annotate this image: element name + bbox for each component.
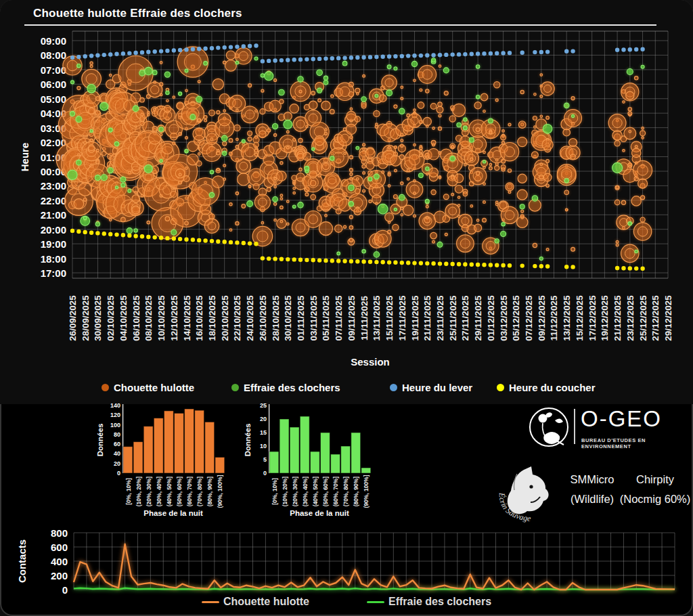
sunrise-dot xyxy=(76,55,81,59)
sunset-dot xyxy=(89,231,93,235)
sunrise-dot xyxy=(235,45,239,49)
sunset-dot xyxy=(165,236,169,240)
legend-label: Heure du lever xyxy=(402,382,472,393)
owl-bubble xyxy=(413,215,416,217)
sunrise-dot xyxy=(381,55,385,59)
hist-y-tick-label: 20 xyxy=(104,460,120,467)
sunset-dot xyxy=(508,263,512,267)
sunset-dot xyxy=(374,260,378,264)
sunset-dot xyxy=(520,263,524,267)
sunset-dot xyxy=(216,240,220,244)
owl-bubble xyxy=(141,113,143,116)
sunset-dot xyxy=(628,266,632,270)
legend-label: Effraie des clochers xyxy=(388,596,491,608)
owl-bubble xyxy=(374,110,380,116)
legend-item-1: Chouette hulotte xyxy=(102,382,194,393)
sunrise-dot xyxy=(482,51,486,56)
owl-bubble xyxy=(236,109,239,112)
sunset-dot xyxy=(419,261,423,265)
barn-owl-bubble xyxy=(399,108,405,114)
sunset-dot xyxy=(317,258,321,262)
sunrise-dot xyxy=(102,53,106,57)
hist-bar xyxy=(310,452,319,473)
owl-bubble xyxy=(90,62,93,64)
sunrise-dot xyxy=(634,47,638,51)
session-date-label: 29/11/2025 xyxy=(473,296,483,341)
owl-bubble xyxy=(349,92,353,97)
hist-x-tick-label: (60%, 70%] xyxy=(332,477,339,506)
sunrise-dot xyxy=(172,48,176,52)
owl-bubble xyxy=(483,218,487,222)
owl-bubble xyxy=(116,89,118,92)
barn-owl-bubble xyxy=(362,250,365,253)
sunrise-dot xyxy=(280,58,284,62)
sunset-dot xyxy=(463,262,467,266)
sunset-dot xyxy=(298,258,303,262)
owl-bubble xyxy=(217,168,219,171)
sunset-dot xyxy=(621,266,625,270)
barn-owl-bubble xyxy=(71,81,74,84)
owl-bubble-inner xyxy=(333,152,344,163)
owl-bubble-inner xyxy=(505,147,515,157)
sunrise-dot xyxy=(368,55,372,59)
sunrise-dot xyxy=(400,54,404,58)
owl-bubble xyxy=(274,79,277,81)
owl-bubble xyxy=(518,121,526,129)
main-hour-tick-label: 05:00 xyxy=(26,93,66,104)
barn-owl-bubble xyxy=(501,223,505,226)
hist-bar xyxy=(164,411,173,473)
owl-bubble xyxy=(149,132,161,144)
session-date-label: 25/12/2025 xyxy=(638,295,648,341)
owl-bubble xyxy=(226,51,235,60)
owl-bubble xyxy=(393,224,399,230)
owl-bubble xyxy=(483,151,486,154)
owl-bubble xyxy=(299,168,302,171)
sunrise-dot xyxy=(248,44,252,48)
barn-owl-bubble xyxy=(443,68,449,73)
owl-bubble xyxy=(388,185,390,188)
barn-owl-bubble xyxy=(476,65,479,68)
barn-owl-bubble xyxy=(279,89,285,95)
owl-bubble xyxy=(148,114,150,116)
hist-y-tick-label: 5 xyxy=(250,456,267,463)
barn-owl-bubble xyxy=(378,204,388,214)
owl-bubble xyxy=(89,108,95,114)
contacts-legend-item: Effraie des clochers xyxy=(367,596,491,608)
barn-owl-bubble xyxy=(95,175,101,181)
owl-bubble xyxy=(280,162,283,164)
sunrise-dot xyxy=(311,57,315,61)
hist-y-tick-label: 140 xyxy=(104,402,120,409)
session-date-label: 01/11/2025 xyxy=(296,296,306,341)
barn-owl-bubble xyxy=(114,141,118,146)
barn-owl-bubble xyxy=(312,148,315,150)
owl-bubble xyxy=(306,125,309,128)
sunset-dot xyxy=(254,242,258,246)
owl-bubble xyxy=(77,87,81,90)
sunset-dot xyxy=(146,235,150,239)
barn-owl-bubble xyxy=(273,197,278,202)
hist-y-tick-label: 60 xyxy=(104,441,120,447)
session-date-label: 26/09/2025 xyxy=(68,295,78,341)
owl-bubble xyxy=(152,127,157,131)
owl-bubble xyxy=(318,99,321,102)
owl-bubble-inner xyxy=(378,234,388,244)
hist-x-tick-label: (70%, 80%] xyxy=(342,477,349,506)
hist-x-tick-label: [0%, 10%] xyxy=(271,478,278,505)
barn-owl-bubble xyxy=(90,130,93,133)
owl-bubble xyxy=(365,148,376,158)
sunset-dot xyxy=(381,260,385,264)
contacts-y-tick-label: 800 xyxy=(35,527,68,539)
owl-bubble xyxy=(464,164,467,167)
owl-bubble xyxy=(218,113,231,126)
barn-owl-bubble xyxy=(387,65,391,69)
main-x-axis-label: Session xyxy=(70,356,670,368)
owl-bubble xyxy=(363,172,365,175)
owl-bubble xyxy=(352,175,363,186)
session-date-label: 03/11/2025 xyxy=(308,296,318,341)
sunset-dot xyxy=(95,231,99,235)
owl-bubble xyxy=(160,62,162,64)
owl-bubble xyxy=(642,137,644,139)
owl-bubble xyxy=(495,166,499,171)
contacts-legend: Chouette hulotteEffraie des clochers xyxy=(0,596,693,608)
hist-bar xyxy=(205,422,215,473)
